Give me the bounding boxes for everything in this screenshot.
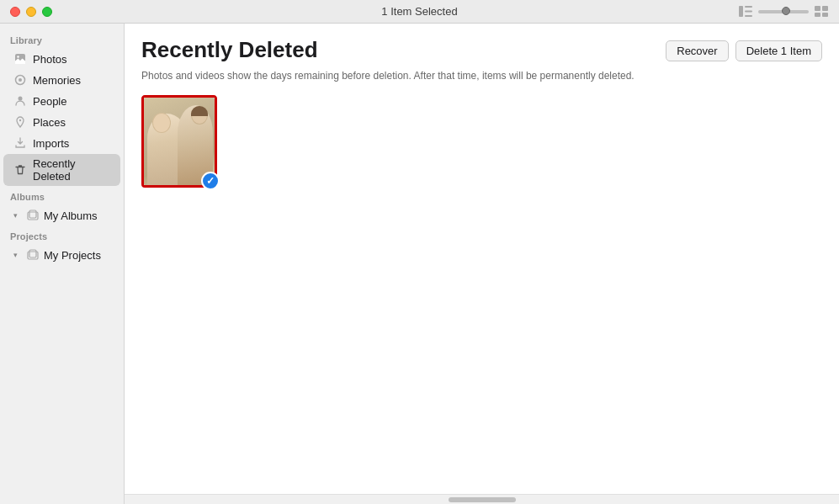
zoom-slider[interactable]: [758, 10, 809, 13]
people-icon: [13, 94, 27, 108]
maximize-button[interactable]: [42, 7, 52, 17]
sidebar-item-recently-deleted[interactable]: Recently Deleted: [3, 154, 120, 186]
svg-point-11: [19, 78, 22, 82]
delete-button[interactable]: Delete 1 Item: [735, 40, 822, 61]
close-button[interactable]: [10, 7, 20, 17]
projects-icon: [26, 248, 40, 262]
sidebar-item-imports[interactable]: Imports: [3, 133, 120, 153]
svg-rect-7: [822, 13, 828, 17]
svg-rect-0: [739, 6, 743, 17]
sidebar-item-my-albums[interactable]: ▾ My Albums: [3, 205, 120, 225]
svg-rect-2: [745, 11, 752, 13]
sidebar-item-my-projects[interactable]: ▾ My Projects: [3, 245, 120, 265]
svg-rect-5: [822, 6, 828, 11]
photos-icon: [13, 52, 27, 66]
svg-rect-17: [29, 250, 36, 257]
action-buttons: Recover Delete 1 Item: [666, 40, 822, 61]
svg-point-13: [19, 119, 21, 121]
view-toggle-icon[interactable]: [814, 6, 829, 18]
expand-arrow-albums: ▾: [13, 211, 22, 220]
sidebar-item-places[interactable]: Places: [3, 112, 120, 132]
window-controls: [10, 7, 52, 17]
svg-point-9: [17, 56, 19, 57]
photo-grid: [141, 95, 822, 188]
projects-section-label: Projects: [0, 226, 124, 244]
sidebar: Library Photos Memories: [0, 24, 125, 504]
sidebar-item-places-label: Places: [33, 116, 66, 129]
main-content: Recently Deleted Recover Delete 1 Item P…: [125, 24, 839, 504]
app-container: Library Photos Memories: [0, 24, 839, 504]
imports-icon: [13, 136, 27, 150]
scrollbar-area: [125, 494, 839, 504]
sidebar-item-memories[interactable]: Memories: [3, 70, 120, 90]
svg-point-12: [19, 97, 23, 101]
svg-rect-6: [815, 13, 820, 17]
svg-rect-1: [745, 6, 752, 8]
titlebar-right-controls: [738, 6, 829, 18]
sidebar-toggle-icon[interactable]: [738, 6, 753, 18]
sidebar-item-recently-deleted-label: Recently Deleted: [33, 157, 110, 183]
photo-grid-area: [125, 92, 839, 494]
svg-rect-4: [815, 6, 820, 11]
minimize-button[interactable]: [26, 7, 36, 17]
hair-2: [191, 106, 208, 116]
sidebar-item-memories-label: Memories: [33, 74, 81, 87]
sidebar-item-imports-label: Imports: [33, 137, 69, 150]
recover-button[interactable]: Recover: [666, 40, 728, 61]
window-title: 1 Item Selected: [381, 5, 457, 18]
trash-icon: [13, 163, 27, 177]
head-1: [152, 113, 171, 133]
content-subtitle: Photos and videos show the days remainin…: [125, 70, 839, 92]
library-section-label: Library: [0, 30, 124, 48]
photo-thumbnail: [144, 98, 215, 185]
svg-rect-3: [745, 15, 752, 17]
page-title: Recently Deleted: [141, 37, 318, 63]
albums-section-label: Albums: [0, 187, 124, 204]
memories-icon: [13, 73, 27, 87]
titlebar: 1 Item Selected: [0, 0, 839, 24]
sidebar-item-people-label: People: [33, 95, 66, 108]
places-icon: [13, 115, 27, 129]
selection-badge: [201, 172, 220, 190]
content-header: Recently Deleted Recover Delete 1 Item: [125, 24, 839, 70]
sidebar-item-photos[interactable]: Photos: [3, 49, 120, 69]
album-icon: [26, 209, 40, 222]
sidebar-item-my-projects-label: My Projects: [44, 249, 101, 262]
expand-arrow-projects: ▾: [13, 251, 22, 259]
scrollbar-thumb[interactable]: [449, 497, 516, 502]
sidebar-item-people[interactable]: People: [3, 91, 120, 111]
photo-item[interactable]: [141, 95, 217, 188]
sidebar-item-photos-label: Photos: [33, 53, 66, 66]
svg-rect-15: [29, 210, 36, 218]
sidebar-item-my-albums-label: My Albums: [44, 210, 98, 222]
